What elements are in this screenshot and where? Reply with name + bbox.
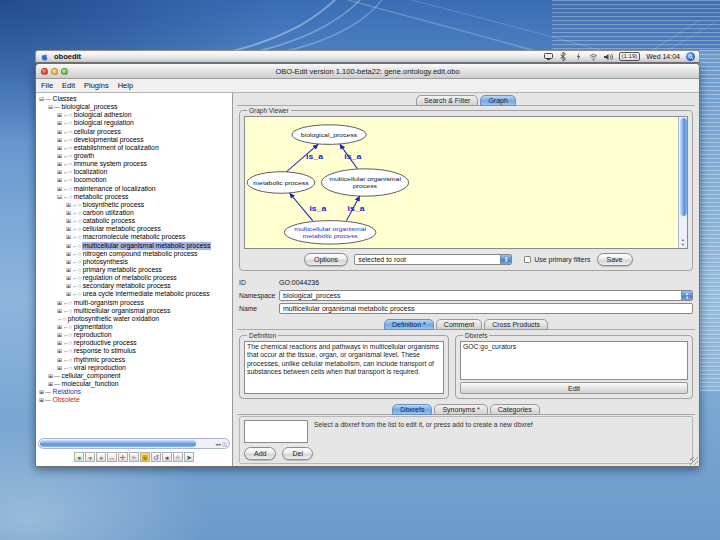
menu-bar-clock[interactable]: Wed 14:04 [646, 53, 680, 60]
tree-item-label[interactable]: immune system process [73, 160, 148, 168]
tree-item-biological-regulation[interactable]: ⊞←○biological regulation [36, 119, 232, 127]
tree-item-immune-system-process[interactable]: ⊞←○immune system process [36, 160, 232, 168]
menu-file[interactable]: File [41, 81, 53, 90]
tree-item-label[interactable]: photosynthetic water oxidation [67, 315, 160, 323]
tree-item-label[interactable]: carbon utilization [82, 209, 135, 217]
tree-horizontal-scrollbar[interactable]: ◂▸◫ [38, 438, 230, 449]
green-dot-icon[interactable]: ● [74, 452, 84, 462]
tree-item-catabolic-process[interactable]: ⊞←○catabolic process [36, 217, 232, 225]
graph-mode-dropdown[interactable]: selected to root ▲▼ [354, 254, 512, 265]
expand-node-icon[interactable]: ⊞ [57, 128, 62, 136]
tree-item-cellular-component[interactable]: ⊞—cellular_component [36, 372, 232, 380]
expand-node-icon[interactable]: ⊞ [66, 225, 71, 233]
tab-definition[interactable]: Definition * [384, 319, 434, 330]
tree-item-label[interactable]: primary metabolic process [82, 266, 163, 274]
tree-item-label[interactable]: localization [73, 168, 109, 176]
expand-node-icon[interactable]: ⊞ [57, 323, 62, 331]
tree-item-viral-reproduction[interactable]: ⊞←○viral reproduction [36, 364, 232, 372]
tree-item-metabolic-process[interactable]: ⊟←○metabolic process [36, 193, 232, 201]
tree-item-label[interactable]: biological_process [61, 103, 119, 111]
scrollbar-split-box[interactable]: ◫ [222, 441, 227, 447]
tree-item-multicellular-organismal-metabolic-process[interactable]: ⊞←○multicellular organismal metabolic pr… [36, 242, 232, 250]
tree-item-label[interactable]: metabolic process [73, 193, 130, 201]
expand-node-icon[interactable]: ⊞ [66, 266, 71, 274]
window-resize-grip[interactable] [690, 457, 698, 465]
expand-node-icon[interactable]: ⊞ [66, 217, 71, 225]
battery-time-indicator[interactable]: (1:19) [619, 52, 641, 61]
tree-item-label[interactable]: molecular_function [61, 380, 120, 388]
tree-item-rhythmic-process[interactable]: ⊞←○rhythmic process [36, 356, 232, 364]
tree-item-macromolecule-metabolic-process[interactable]: ⊞←○macromolecule metabolic process [36, 233, 232, 241]
tree-item-label[interactable]: cellular process [73, 128, 122, 136]
expand-node-icon[interactable]: ⊞ [57, 185, 62, 193]
tree-item-label[interactable]: biological adhesion [73, 111, 133, 119]
expand-node-icon[interactable]: ⊞ [57, 168, 62, 176]
tree-item-nitrogen-compound-metabolic-process[interactable]: ⊞←○nitrogen compound metabolic process [36, 250, 232, 258]
tree-item-label[interactable]: locomotion [73, 176, 108, 184]
window-title-bar[interactable]: OBO-Edit version 1.100-beta22: gene.onto… [36, 64, 699, 79]
tree-item-primary-metabolic-process[interactable]: ⊞←○primary metabolic process [36, 266, 232, 274]
expand-node-icon[interactable]: ⊞ [66, 274, 71, 282]
del-button[interactable]: Del [282, 447, 313, 460]
use-primary-filters-checkbox[interactable] [524, 256, 531, 263]
tree-item-photosynthetic-water-oxidation[interactable]: ←○photosynthetic water oxidation [36, 315, 232, 323]
expand-node-icon[interactable]: ⊞ [57, 111, 62, 119]
tree-item-label[interactable]: multicellular organismal process [73, 307, 172, 315]
expand-node-icon[interactable]: ⊞ [57, 364, 62, 372]
dbxref-item[interactable]: GOC:go_curators [463, 343, 685, 350]
tab-comment[interactable]: Comment [436, 319, 482, 330]
tree-item-locomotion[interactable]: ⊞←○locomotion [36, 176, 232, 184]
tree-item-label[interactable]: reproductive process [73, 339, 138, 347]
tree-item-label[interactable]: catabolic process [82, 217, 137, 225]
tree-item-establishment-of-localization[interactable]: ⊞←○establishment of localization [36, 144, 232, 152]
asterisk-icon[interactable]: ✳ [173, 452, 183, 462]
tree-item-label[interactable]: multi-organism process [73, 299, 145, 307]
expand-node-icon[interactable]: ⊞ [57, 299, 62, 307]
menu-edit[interactable]: Edit [62, 81, 75, 90]
tree-item-label[interactable]: multicellular organismal metabolic proce… [82, 242, 212, 250]
dbxrefs-list[interactable]: GOC:go_curators [460, 341, 688, 380]
menu-help[interactable]: Help [118, 81, 133, 90]
tree-item-biological-process[interactable]: ⊟—biological_process [36, 103, 232, 111]
tree-item-label[interactable]: Obsolete [52, 396, 81, 404]
tree-item-label[interactable]: rhythmic process [73, 356, 126, 364]
collapse-node-icon[interactable]: ⊟ [48, 103, 53, 111]
expand-node-icon[interactable]: ⊞ [39, 396, 44, 404]
tree-item-regulation-of-metabolic-process[interactable]: ⊞←○regulation of metabolic process [36, 274, 232, 282]
tree-item-label[interactable]: establishment of localization [73, 144, 160, 152]
tree-item-label[interactable]: cellular metabolic process [82, 225, 162, 233]
edit-button[interactable]: Edit [460, 382, 688, 394]
active-app-name[interactable]: oboedit [54, 52, 81, 61]
tree-item-label[interactable]: developmental process [73, 136, 145, 144]
tab-dbxrefs[interactable]: Dbxrefs [392, 404, 432, 415]
tree-item-label[interactable]: Relations [52, 388, 82, 396]
collapse-icon[interactable]: ✳ [129, 452, 139, 462]
tree-item-biosynthetic-process[interactable]: ⊞←○biosynthetic process [36, 201, 232, 209]
expand-node-icon[interactable]: ⊞ [57, 347, 62, 355]
expand-node-icon[interactable]: ⊞ [66, 290, 71, 298]
graph-canvas[interactable]: is_ais_ais_ais_abiological_processmetabo… [244, 116, 688, 249]
expand-node-icon[interactable]: ⊞ [57, 119, 62, 127]
menu-plugins[interactable]: Plugins [84, 81, 109, 90]
tab-cross-products[interactable]: Cross Products [484, 319, 548, 330]
brown-dot-icon[interactable]: ● [162, 452, 172, 462]
tree-item-label[interactable]: pigmentation [73, 323, 114, 331]
expand-node-icon[interactable]: ⊞ [66, 242, 71, 250]
tree-item-label[interactable]: viral reproduction [73, 364, 127, 372]
tree-item-label[interactable]: regulation of metabolic process [82, 274, 178, 282]
tree-item-label[interactable]: reproduction [73, 331, 113, 339]
save-button[interactable]: Save [597, 253, 633, 266]
tree-item-label[interactable]: maintenance of localization [73, 185, 157, 193]
expand-node-icon[interactable]: ⊞ [57, 307, 62, 315]
expand-node-icon[interactable]: ⊞ [57, 356, 62, 364]
resize-horizontal-icon[interactable]: ↔ [107, 452, 117, 462]
tree-item-label[interactable]: macromolecule metabolic process [82, 233, 187, 241]
filter-brush-icon[interactable]: ➤ [184, 452, 194, 462]
tree-item-growth[interactable]: ⊞←○growth [36, 152, 232, 160]
scroll-right-arrow[interactable]: ▸ [219, 441, 222, 447]
tree-item-label[interactable]: Classes [52, 95, 78, 103]
tree-item-developmental-process[interactable]: ⊞←○developmental process [36, 136, 232, 144]
tree-item-obsolete[interactable]: ⊞—Obsolete [36, 396, 232, 404]
refresh-icon[interactable]: ↺ [151, 452, 161, 462]
tree-item-label[interactable]: photosynthesis [82, 258, 129, 266]
